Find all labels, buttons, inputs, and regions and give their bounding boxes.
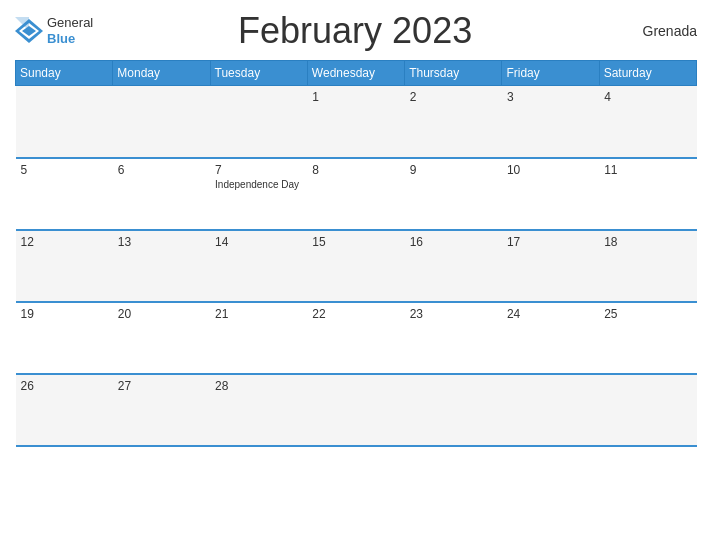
calendar-cell: 1 <box>307 86 404 158</box>
day-number: 25 <box>604 307 691 321</box>
day-number: 8 <box>312 163 399 177</box>
header-thursday: Thursday <box>405 61 502 86</box>
day-number: 13 <box>118 235 205 249</box>
calendar-cell: 27 <box>113 374 210 446</box>
calendar-week-row: 567Independence Day891011 <box>16 158 697 230</box>
day-number: 23 <box>410 307 497 321</box>
day-number: 11 <box>604 163 691 177</box>
calendar-cell: 5 <box>16 158 113 230</box>
calendar-week-row: 262728 <box>16 374 697 446</box>
header-monday: Monday <box>113 61 210 86</box>
calendar-cell: 18 <box>599 230 696 302</box>
day-number: 15 <box>312 235 399 249</box>
calendar-cell: 26 <box>16 374 113 446</box>
day-number: 21 <box>215 307 302 321</box>
calendar-cell: 21 <box>210 302 307 374</box>
calendar-cell <box>502 374 599 446</box>
calendar-cell: 15 <box>307 230 404 302</box>
calendar-cell <box>307 374 404 446</box>
day-number: 4 <box>604 90 691 104</box>
calendar-cell: 17 <box>502 230 599 302</box>
day-number: 27 <box>118 379 205 393</box>
day-number: 5 <box>21 163 108 177</box>
day-number: 9 <box>410 163 497 177</box>
calendar-cell <box>405 374 502 446</box>
header-friday: Friday <box>502 61 599 86</box>
calendar-cell <box>16 86 113 158</box>
calendar-cell: 6 <box>113 158 210 230</box>
event-label: Independence Day <box>215 179 302 190</box>
logo-icon <box>15 17 43 45</box>
calendar-cell: 4 <box>599 86 696 158</box>
calendar-cell: 10 <box>502 158 599 230</box>
calendar-cell <box>113 86 210 158</box>
day-number: 12 <box>21 235 108 249</box>
logo-text: General Blue <box>47 15 93 46</box>
calendar-week-row: 19202122232425 <box>16 302 697 374</box>
calendar-week-row: 12131415161718 <box>16 230 697 302</box>
day-number: 6 <box>118 163 205 177</box>
calendar-cell: 24 <box>502 302 599 374</box>
day-number: 26 <box>21 379 108 393</box>
day-number: 20 <box>118 307 205 321</box>
day-number: 10 <box>507 163 594 177</box>
calendar-cell: 13 <box>113 230 210 302</box>
logo: General Blue <box>15 15 93 46</box>
calendar-cell: 22 <box>307 302 404 374</box>
day-number: 22 <box>312 307 399 321</box>
day-number: 3 <box>507 90 594 104</box>
calendar-container: General Blue February 2023 Grenada Sunda… <box>0 0 712 550</box>
calendar-cell: 25 <box>599 302 696 374</box>
calendar-cell: 7Independence Day <box>210 158 307 230</box>
calendar-cell: 14 <box>210 230 307 302</box>
calendar-cell: 12 <box>16 230 113 302</box>
day-number: 17 <box>507 235 594 249</box>
calendar-cell: 9 <box>405 158 502 230</box>
month-title: February 2023 <box>93 10 617 52</box>
calendar-cell: 23 <box>405 302 502 374</box>
day-number: 2 <box>410 90 497 104</box>
day-number: 28 <box>215 379 302 393</box>
day-number: 19 <box>21 307 108 321</box>
calendar-cell: 19 <box>16 302 113 374</box>
header-wednesday: Wednesday <box>307 61 404 86</box>
day-number: 18 <box>604 235 691 249</box>
header-saturday: Saturday <box>599 61 696 86</box>
calendar-cell: 8 <box>307 158 404 230</box>
weekday-header-row: Sunday Monday Tuesday Wednesday Thursday… <box>16 61 697 86</box>
calendar-table: Sunday Monday Tuesday Wednesday Thursday… <box>15 60 697 447</box>
country-label: Grenada <box>617 23 697 39</box>
calendar-week-row: 1234 <box>16 86 697 158</box>
header-tuesday: Tuesday <box>210 61 307 86</box>
header-sunday: Sunday <box>16 61 113 86</box>
calendar-cell: 3 <box>502 86 599 158</box>
day-number: 24 <box>507 307 594 321</box>
calendar-cell <box>210 86 307 158</box>
calendar-cell: 2 <box>405 86 502 158</box>
day-number: 16 <box>410 235 497 249</box>
day-number: 14 <box>215 235 302 249</box>
calendar-cell <box>599 374 696 446</box>
calendar-cell: 28 <box>210 374 307 446</box>
calendar-cell: 11 <box>599 158 696 230</box>
calendar-header: General Blue February 2023 Grenada <box>15 10 697 52</box>
day-number: 1 <box>312 90 399 104</box>
day-number: 7 <box>215 163 302 177</box>
calendar-cell: 16 <box>405 230 502 302</box>
calendar-cell: 20 <box>113 302 210 374</box>
